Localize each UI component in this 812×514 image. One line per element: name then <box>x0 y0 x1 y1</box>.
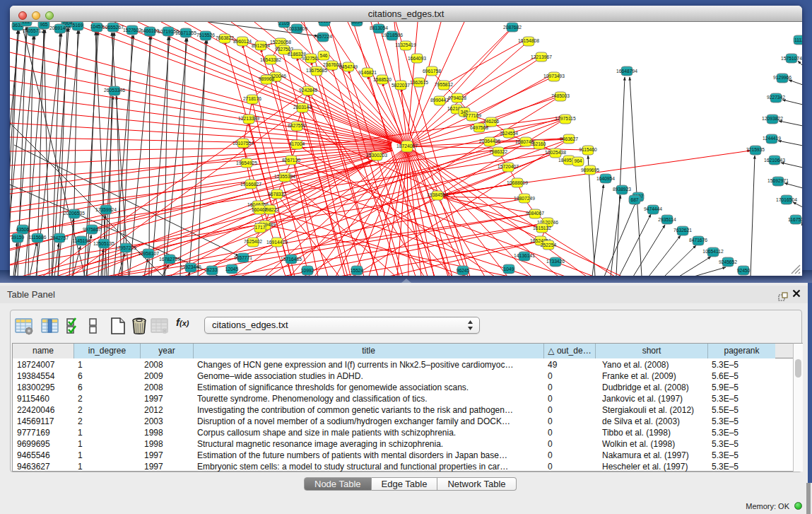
svg-text:6794028: 6794028 <box>448 95 466 100</box>
svg-text:6497568: 6497568 <box>470 125 488 130</box>
svg-text:1640954: 1640954 <box>596 176 615 181</box>
svg-text:18807249: 18807249 <box>514 196 535 201</box>
svg-text:1733426: 1733426 <box>546 259 565 264</box>
svg-text:9245652: 9245652 <box>719 259 737 264</box>
svg-text:687: 687 <box>630 197 638 202</box>
svg-text:7625402: 7625402 <box>244 239 262 244</box>
svg-text:965: 965 <box>40 22 47 27</box>
svg-text:18724007: 18724007 <box>396 144 418 148</box>
svg-text:9657771: 9657771 <box>234 255 252 260</box>
svg-text:546: 546 <box>319 53 327 58</box>
svg-text:8813054: 8813054 <box>370 25 388 30</box>
svg-text:2942757: 2942757 <box>50 235 69 240</box>
svg-text:10958107: 10958107 <box>138 251 159 256</box>
svg-text:1049: 1049 <box>504 267 514 271</box>
svg-text:9242848: 9242848 <box>299 88 317 93</box>
svg-text:12213389: 12213389 <box>238 116 259 121</box>
svg-text:7857224: 7857224 <box>314 34 332 39</box>
svg-text:17016504: 17016504 <box>776 197 797 202</box>
svg-text:10992: 10992 <box>301 268 314 273</box>
svg-text:20691406: 20691406 <box>49 25 71 30</box>
svg-text:16914479: 16914479 <box>266 240 288 245</box>
svg-text:252254: 252254 <box>541 243 557 247</box>
svg-text:7515526: 7515526 <box>196 33 215 37</box>
svg-text:8938923: 8938923 <box>613 187 631 192</box>
svg-text:2087682: 2087682 <box>503 25 522 30</box>
svg-text:9129966: 9129966 <box>773 75 792 80</box>
svg-text:9975867: 9975867 <box>83 227 101 232</box>
svg-text:19218586: 19218586 <box>382 33 403 37</box>
svg-text:5169: 5169 <box>73 23 83 28</box>
svg-text:16543382: 16543382 <box>260 57 281 62</box>
svg-text:9327503: 9327503 <box>275 47 293 52</box>
svg-text:39159: 39159 <box>11 235 25 240</box>
svg-text:16648794: 16648794 <box>616 69 637 74</box>
svg-text:10453: 10453 <box>90 24 104 29</box>
svg-text:1112: 1112 <box>794 37 802 42</box>
svg-text:1615132: 1615132 <box>533 226 551 230</box>
svg-text:12505135: 12505135 <box>93 241 114 246</box>
svg-text:8834: 8834 <box>352 22 363 24</box>
svg-text:1664093: 1664093 <box>408 56 426 61</box>
svg-text:116753: 116753 <box>788 217 802 222</box>
svg-text:12045: 12045 <box>225 267 239 271</box>
svg-text:7632621: 7632621 <box>673 228 692 233</box>
svg-text:15524: 15524 <box>351 268 364 273</box>
svg-text:2935114: 2935114 <box>658 217 676 222</box>
svg-text:15226058: 15226058 <box>270 40 291 45</box>
svg-text:10107554: 10107554 <box>233 141 254 146</box>
svg-text:7485003: 7485003 <box>551 93 570 98</box>
svg-text:10025438: 10025438 <box>545 150 566 155</box>
svg-text:9084067: 9084067 <box>526 211 544 216</box>
svg-text:11923446: 11923446 <box>180 264 201 269</box>
svg-text:10973493: 10973493 <box>543 74 565 78</box>
svg-text:2718176: 2718176 <box>243 96 261 101</box>
svg-text:16033809: 16033809 <box>286 26 307 31</box>
svg-text:6466160: 6466160 <box>141 28 159 33</box>
svg-text:19654925: 19654925 <box>236 160 257 165</box>
svg-text:8427552: 8427552 <box>288 123 306 128</box>
svg-text:2105: 2105 <box>279 22 290 25</box>
svg-text:8912954: 8912954 <box>252 43 270 48</box>
svg-text:1527602: 1527602 <box>123 28 141 33</box>
svg-text:15716485: 15716485 <box>281 257 302 262</box>
svg-text:964: 964 <box>574 158 582 163</box>
svg-text:5822037: 5822037 <box>392 83 410 88</box>
svg-text:8233: 8233 <box>207 267 218 272</box>
svg-text:12975115: 12975115 <box>555 116 576 121</box>
svg-text:8960124: 8960124 <box>233 39 252 44</box>
svg-text:8454749: 8454749 <box>339 64 358 69</box>
svg-text:1588520: 1588520 <box>373 77 392 82</box>
svg-text:10655267: 10655267 <box>102 25 124 30</box>
svg-text:3215935: 3215935 <box>746 147 765 152</box>
svg-text:10688609: 10688609 <box>507 180 528 185</box>
svg-text:1244419: 1244419 <box>763 136 781 141</box>
svg-text:1145194: 1145194 <box>72 238 90 243</box>
svg-text:15692971: 15692971 <box>767 178 789 183</box>
svg-text:16782759: 16782759 <box>159 257 180 262</box>
svg-text:16154808: 16154808 <box>518 38 539 43</box>
svg-text:10654112: 10654112 <box>702 249 724 254</box>
svg-text:15720407: 15720407 <box>498 164 519 169</box>
svg-text:9474444: 9474444 <box>644 206 662 211</box>
svg-text:9115460: 9115460 <box>579 147 597 152</box>
svg-text:92450: 92450 <box>737 268 751 273</box>
svg-text:20206535: 20206535 <box>64 211 85 216</box>
svg-text:19166827: 19166827 <box>240 182 261 187</box>
svg-text:88131: 88131 <box>318 22 331 23</box>
svg-text:16210643: 16210643 <box>764 158 785 163</box>
svg-text:1362615: 1362615 <box>410 80 428 85</box>
svg-text:1717: 1717 <box>255 225 266 230</box>
svg-text:222: 222 <box>22 22 30 24</box>
svg-text:8471676: 8471676 <box>689 238 707 243</box>
svg-text:9899695: 9899695 <box>581 168 599 173</box>
svg-text:7986322: 7986322 <box>489 149 507 154</box>
svg-text:8990443: 8990443 <box>430 98 449 103</box>
svg-text:96245: 96245 <box>457 268 470 273</box>
svg-text:417004: 417004 <box>289 141 305 146</box>
svg-text:25300203: 25300203 <box>366 153 387 158</box>
svg-text:11325419: 11325419 <box>395 42 416 47</box>
svg-text:12355394: 12355394 <box>274 174 295 179</box>
svg-text:9146821: 9146821 <box>358 70 377 75</box>
svg-text:8678332: 8678332 <box>268 192 286 197</box>
